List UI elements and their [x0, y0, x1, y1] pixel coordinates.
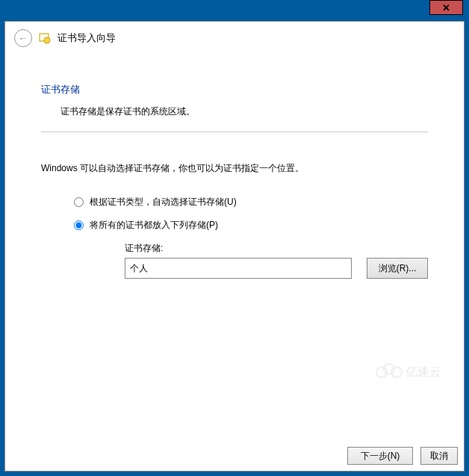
- radio-manual[interactable]: [74, 220, 84, 230]
- store-section: 证书存储: 浏览(R)...: [125, 242, 428, 279]
- close-button[interactable]: ✕: [429, 0, 463, 15]
- footer-buttons: 下一步(N) 取消: [347, 447, 458, 465]
- section-description: 证书存储是保存证书的系统区域。: [60, 105, 428, 118]
- instruction-text: Windows 可以自动选择证书存储，你也可以为证书指定一个位置。: [41, 162, 428, 175]
- store-row: 浏览(R)...: [125, 258, 428, 279]
- radio-group: 根据证书类型，自动选择证书存储(U) 将所有的证书都放入下列存储(P) 证书存储…: [74, 196, 428, 279]
- radio-manual-label: 将所有的证书都放入下列存储(P): [90, 219, 218, 232]
- radio-manual-row[interactable]: 将所有的证书都放入下列存储(P): [74, 219, 428, 232]
- wizard-window: ← 证书导入向导 证书存储 证书存储是保存证书的系统区域。 Windows 可以…: [4, 21, 465, 472]
- browse-button[interactable]: 浏览(R)...: [367, 258, 428, 279]
- certificate-icon: [38, 31, 52, 45]
- title-bar: ✕: [0, 0, 469, 21]
- radio-auto[interactable]: [74, 197, 84, 207]
- watermark: 亿速云: [376, 363, 441, 381]
- next-button[interactable]: 下一步(N): [347, 447, 413, 465]
- radio-auto-label: 根据证书类型，自动选择证书存储(U): [90, 196, 237, 208]
- wizard-title: 证书导入向导: [58, 31, 116, 45]
- back-arrow-icon: ←: [18, 32, 28, 44]
- wizard-header: ← 证书导入向导: [5, 22, 464, 55]
- divider: [41, 132, 428, 132]
- back-button[interactable]: ←: [14, 29, 32, 47]
- section-title: 证书存储: [41, 83, 428, 96]
- store-label: 证书存储:: [125, 242, 428, 255]
- radio-auto-row[interactable]: 根据证书类型，自动选择证书存储(U): [74, 196, 428, 208]
- content-area: 证书存储 证书存储是保存证书的系统区域。 Windows 可以自动选择证书存储，…: [5, 55, 464, 279]
- watermark-text: 亿速云: [406, 365, 441, 380]
- store-input[interactable]: [125, 258, 352, 279]
- cancel-button[interactable]: 取消: [420, 447, 458, 465]
- close-icon: ✕: [442, 2, 450, 13]
- watermark-logo-icon: [376, 363, 403, 381]
- svg-point-1: [44, 37, 50, 43]
